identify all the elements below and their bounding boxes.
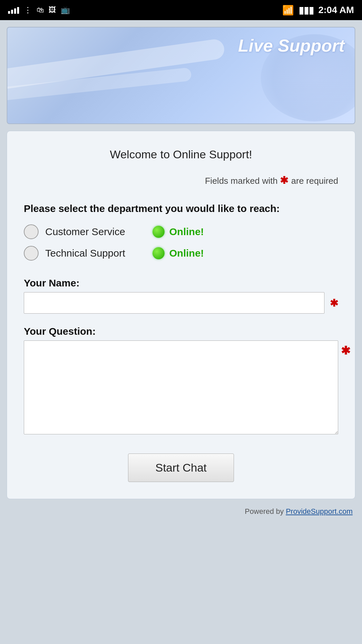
department-customer-service-row: Customer Service Online! (24, 224, 338, 239)
wifi-icon: 📶 (282, 5, 294, 16)
name-label: Your Name: (24, 277, 338, 289)
department-section-label: Please select the department you would l… (24, 203, 338, 214)
required-note: Fields marked with ✱ are required (24, 174, 338, 186)
start-chat-button[interactable]: Start Chat (128, 453, 234, 482)
customer-service-online-text: Online! (169, 226, 204, 237)
battery-icon: ▮▮▮ (299, 5, 314, 16)
welcome-message: Welcome to Online Support! (24, 148, 338, 161)
customer-service-status: Online! (153, 226, 204, 238)
tv-icon: 📺 (61, 6, 70, 14)
department-radio-group: Customer Service Online! Technical Suppo… (24, 224, 338, 261)
question-label: Your Question: (24, 326, 338, 337)
provide-support-link[interactable]: ProvideSupport.com (286, 507, 353, 516)
main-card: Welcome to Online Support! Fields marked… (7, 131, 355, 499)
live-support-banner: Live Support (7, 27, 355, 124)
status-bar-right: 📶 ▮▮▮ 2:04 AM (282, 5, 354, 16)
required-note-end: are required (291, 176, 338, 186)
question-required-star: ✱ (341, 344, 350, 357)
time-display: 2:04 AM (318, 5, 354, 15)
more-icon: ⋮ (24, 5, 32, 15)
banner-title: Live Support (238, 36, 345, 56)
technical-support-online-dot (153, 247, 165, 259)
question-textarea[interactable] (24, 340, 338, 434)
footer: Powered by ProvideSupport.com (0, 502, 362, 521)
customer-service-online-dot (153, 226, 165, 238)
customer-service-label: Customer Service (45, 226, 153, 237)
start-chat-button-row: Start Chat (24, 453, 338, 482)
signal-icon (8, 6, 19, 14)
name-required-star: ✱ (330, 297, 338, 309)
radio-technical-support[interactable] (24, 246, 39, 261)
question-field-row: ✱ (24, 340, 338, 437)
required-star-indicator: ✱ (280, 175, 291, 186)
bag-icon: 🛍 (37, 6, 44, 14)
image-icon: 🖼 (49, 6, 56, 14)
name-input[interactable] (24, 292, 324, 314)
technical-support-label: Technical Support (45, 248, 153, 259)
status-bar-left: ⋮ 🛍 🖼 📺 (8, 5, 70, 15)
department-technical-support-row: Technical Support Online! (24, 246, 338, 261)
technical-support-online-text: Online! (169, 248, 204, 259)
radio-customer-service[interactable] (24, 224, 39, 239)
status-bar: ⋮ 🛍 🖼 📺 📶 ▮▮▮ 2:04 AM (0, 0, 362, 20)
name-field-group: Your Name: ✱ (24, 277, 338, 314)
name-field-row: ✱ (24, 292, 338, 314)
required-note-text: Fields marked with (205, 176, 278, 186)
technical-support-status: Online! (153, 247, 204, 259)
question-field-group: Your Question: ✱ (24, 326, 338, 437)
powered-by-text: Powered by (245, 507, 284, 516)
